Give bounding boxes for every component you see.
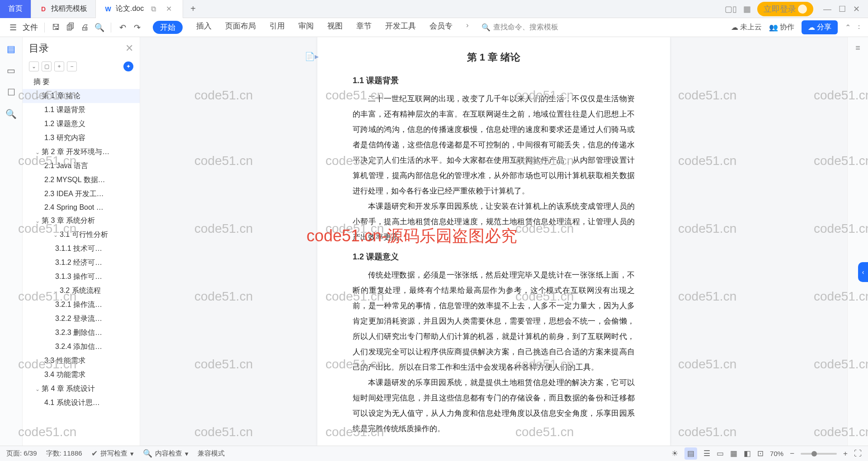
page-marker-icon[interactable]: 📄▸ [305, 52, 319, 61]
toc-item[interactable]: 2.2 MYSQL 数据… [23, 173, 140, 187]
paragraph: 本课题研发的乐享田园系统，就是提供土地租赁信息处理的解决方案，它可以短时间处理完… [353, 375, 635, 437]
paragraph: 二十一世纪互联网的出现，改变了几千年以来人们的生活，不仅仅是生活物资的丰富，还有… [353, 91, 635, 199]
panel-toggle-icon[interactable]: ≡ [855, 43, 860, 53]
compat-mode[interactable]: 兼容模式 [198, 449, 225, 458]
titlebar-right: ▢▯ ▦ 立即登录 —☐✕ [725, 2, 868, 16]
slides-icon[interactable]: ▭ [7, 65, 15, 76]
menu-review[interactable]: 审阅 [298, 21, 314, 34]
view-outline-icon[interactable]: ☰ [703, 449, 710, 458]
page-indicator[interactable]: 页面: 6/39 [6, 449, 37, 458]
login-button[interactable]: 立即登录 [757, 2, 813, 16]
toc-item[interactable]: ⌄第 2 章 开发环境与… [23, 145, 140, 159]
toc-item[interactable]: ⌄第 3 章 系统分析 [23, 214, 140, 228]
toc-item[interactable]: 1.3 研究内容 [23, 131, 140, 145]
menu-tabs: 开始 插入 页面布局 引用 审阅 视图 章节 开发工具 会员专 › [153, 21, 469, 34]
collapse-ribbon-icon[interactable]: ⌃ [845, 23, 851, 32]
toc-item[interactable]: 2.3 IDEA 开发工… [23, 187, 140, 201]
toc-item[interactable]: 3.1.1 技术可… [23, 242, 140, 256]
search-side-icon[interactable]: 🔍 [5, 108, 17, 119]
save-icon[interactable]: 🖫 [51, 23, 61, 33]
toc-item[interactable]: 1.2 课题意义 [23, 117, 140, 131]
toc-item[interactable]: 3.4 功能需求 [23, 368, 140, 382]
tab-new-button[interactable]: + [183, 4, 203, 14]
view-read-icon[interactable]: ▦ [730, 449, 737, 458]
zoom-out-icon[interactable]: − [790, 449, 794, 458]
toc-item[interactable]: ⌄第 1 章 绪论 [23, 89, 140, 103]
toc-item[interactable]: 3.3 性能需求 [23, 354, 140, 368]
word-count[interactable]: 字数: 11886 [46, 449, 82, 458]
toc-item[interactable]: 3.2.3 删除信… [23, 326, 140, 340]
toc-item[interactable]: ⌄3.2 系统流程 [23, 284, 140, 298]
toc-item[interactable]: 3.2.4 添加信… [23, 340, 140, 354]
menu-member[interactable]: 会员专 [429, 21, 453, 34]
view-focus-icon[interactable]: ◧ [744, 449, 751, 458]
expand-icon[interactable]: ▢ [42, 61, 52, 71]
toc-item[interactable]: ⌄3.1 可行性分析 [23, 228, 140, 242]
separator [44, 23, 45, 33]
maximize-button[interactable]: ☐ [835, 5, 849, 14]
statusbar-right: ☀ ▤ ☰ ▭ ▦ ◧ ⊡ 70% − + ⛶ [671, 447, 862, 460]
menu-chapter[interactable]: 章节 [356, 21, 372, 34]
tab-document[interactable]: W论文.doc⧉✕ [96, 0, 183, 18]
contentcheck-button[interactable]: 🔍内容检查 ▾ [143, 449, 189, 458]
document-area[interactable]: 📄▸ 第 1 章 绪论 1.1 课题背景 二十一世纪互联网的出现，改变了几千年以… [140, 37, 847, 446]
layout-icon[interactable]: ▢▯ [725, 4, 737, 14]
cloud-status[interactable]: ☁ 未上云 [731, 23, 762, 32]
menu-insert[interactable]: 插入 [196, 21, 212, 34]
collab-button[interactable]: 👥 协作 [769, 23, 794, 32]
menu-dev[interactable]: 开发工具 [385, 21, 416, 34]
preview-icon[interactable]: 🔍 [94, 23, 104, 33]
view-web-icon[interactable]: ▭ [717, 449, 724, 458]
redo-icon[interactable]: ↷ [132, 23, 142, 33]
toc-item[interactable]: 2.4 Spring Boot … [23, 201, 140, 214]
menu-icon[interactable]: ☰ [8, 23, 18, 33]
minimize-button[interactable]: — [820, 5, 835, 14]
side-float-tab[interactable]: ‹ [858, 262, 868, 282]
zoom-fit-icon[interactable]: ⊡ [757, 449, 764, 458]
collapse-all-icon[interactable]: ⌄ [29, 61, 39, 71]
menu-more-icon[interactable]: › [466, 21, 469, 34]
outline-icon[interactable]: ▤ [7, 43, 15, 54]
more-icon[interactable]: ∶ [858, 23, 860, 32]
menu-view[interactable]: 视图 [327, 21, 343, 34]
ribbon-right: ☁ 未上云 👥 协作 ☁ 分享 ⌃ ∶ [731, 20, 860, 34]
toc-item[interactable]: 摘 要 [23, 75, 140, 89]
toc-item[interactable]: 1.1 课题背景 [23, 103, 140, 117]
save-as-icon[interactable]: 🗐 [66, 23, 75, 33]
remove-icon[interactable]: − [67, 61, 77, 71]
toc-item[interactable]: 3.1.3 操作可… [23, 270, 140, 284]
login-label: 立即登录 [764, 4, 796, 14]
tab-external-icon[interactable]: ⧉ [147, 5, 160, 13]
bookmark-icon[interactable]: ☐ [7, 87, 15, 98]
toc-item[interactable]: 4.1 系统设计思… [23, 396, 140, 410]
menu-layout[interactable]: 页面布局 [225, 21, 256, 34]
eyecare-icon[interactable]: ☀ [671, 449, 678, 458]
spellcheck-button[interactable]: ✔拼写检查 ▾ [91, 449, 134, 458]
toc-item[interactable]: 3.2.1 操作流… [23, 298, 140, 312]
add-icon[interactable]: + [54, 61, 64, 71]
ai-button[interactable]: ✦ [123, 61, 133, 71]
zoom-slider[interactable] [801, 453, 837, 455]
share-button[interactable]: ☁ 分享 [802, 20, 838, 34]
toc-item[interactable]: 3.1.2 经济可… [23, 256, 140, 270]
print-icon[interactable]: 🖨 [80, 23, 90, 33]
toc-item[interactable]: 2.1 Java 语言 [23, 159, 140, 173]
command-search[interactable]: 🔍查找命令、搜索模板 [481, 23, 558, 32]
docer-icon: D [39, 5, 47, 13]
zoom-in-icon[interactable]: + [843, 449, 848, 458]
tab-template[interactable]: D找稻壳模板 [31, 0, 96, 18]
view-page-icon[interactable]: ▤ [684, 447, 697, 460]
toc-item[interactable]: 3.2.2 登录流… [23, 312, 140, 326]
zoom-level[interactable]: 70% [770, 450, 783, 457]
fullscreen-icon[interactable]: ⛶ [854, 449, 862, 458]
tab-home[interactable]: 首页 [0, 0, 31, 18]
tab-close-icon[interactable]: ✕ [163, 5, 175, 13]
toc-item[interactable]: ⌄第 4 章 系统设计 [23, 382, 140, 396]
outline-close-icon[interactable]: ✕ [125, 42, 133, 54]
menu-ref[interactable]: 引用 [269, 21, 285, 34]
close-button[interactable]: ✕ [849, 5, 863, 14]
file-menu[interactable]: 文件 [23, 22, 38, 33]
undo-icon[interactable]: ↶ [118, 23, 127, 33]
menu-start[interactable]: 开始 [153, 21, 183, 34]
apps-icon[interactable]: ▦ [743, 4, 751, 14]
